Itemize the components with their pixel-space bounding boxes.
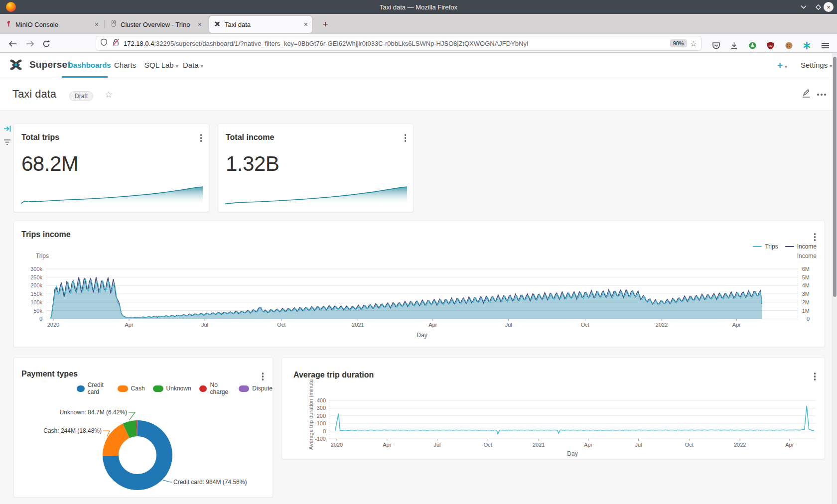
- back-button[interactable]: [6, 38, 19, 50]
- tab-close-icon[interactable]: ×: [95, 20, 99, 28]
- browser-tab[interactable]: MinIO Console×: [1, 16, 103, 33]
- chart-kebab-menu[interactable]: [198, 132, 204, 144]
- y-right-tick: 4M: [802, 282, 810, 288]
- nav-item-sql-lab[interactable]: SQL Lab▾: [144, 61, 178, 69]
- total-trips-sparkline: [21, 185, 203, 206]
- zoom-level-badge[interactable]: 90%: [670, 39, 687, 47]
- chart-kebab-menu[interactable]: [403, 132, 409, 144]
- x-axis-label: Day: [567, 450, 577, 457]
- minio-flamingo-icon: [5, 20, 12, 29]
- filter-icon[interactable]: [3, 138, 11, 146]
- new-tab-button[interactable]: +: [319, 18, 332, 31]
- x-tick: Jul: [201, 322, 208, 328]
- x-tick: Apr: [428, 322, 437, 328]
- reload-button[interactable]: [40, 38, 53, 50]
- avg-trip-duration-chart: 4003002001000-1002020AprJulOct2021AprJul…: [282, 358, 826, 460]
- favorite-star-icon[interactable]: ☆: [105, 89, 113, 100]
- active-tab-underline: [62, 76, 108, 78]
- avg-trip-duration-card: Average trip duration Average trip durat…: [281, 357, 825, 459]
- download-icon[interactable]: [727, 39, 741, 52]
- nav-item-label: Data: [183, 61, 199, 69]
- y-tick: 0: [323, 428, 326, 434]
- menu-hamburger-icon[interactable]: [818, 39, 832, 52]
- x-tick: Jul: [505, 322, 512, 328]
- x-tick: Apr: [383, 442, 391, 448]
- new-item-plus-button[interactable]: +▾: [777, 60, 787, 71]
- total-income-card: Total income 1.32B: [218, 124, 414, 212]
- total-trips-card: Total trips 68.2M: [13, 124, 209, 212]
- superset-logo[interactable]: Superset: [6, 59, 71, 71]
- draft-status-badge: Draft: [69, 91, 93, 101]
- window-maximize-button[interactable]: [813, 2, 823, 12]
- x-tick: 2021: [352, 322, 364, 328]
- trino-bunny-icon: [110, 20, 117, 29]
- dashboard-title: Taxi data: [12, 88, 56, 101]
- slice-callout-label: Cash: 244M (18.48%): [43, 427, 102, 434]
- payment-types-donut-chart: Unknown: 84.7M (6.42%)Cash: 244M (18.48%…: [14, 358, 274, 498]
- page-scrollbar-thumb[interactable]: [833, 57, 837, 297]
- bookmark-star-icon[interactable]: ☆: [690, 39, 697, 48]
- superset-brand-text: Superset: [29, 59, 71, 70]
- url-text: 172.18.0.4:32295/superset/dashboard/1/?n…: [124, 40, 667, 47]
- browser-tab[interactable]: Taxi data×: [209, 16, 312, 33]
- x-tick: Jul: [635, 442, 642, 448]
- y-right-tick: 0: [807, 316, 810, 322]
- x-tick: Oct: [277, 322, 285, 328]
- y-tick: 300: [317, 405, 326, 411]
- forward-button[interactable]: [23, 38, 36, 50]
- dashboard-more-menu[interactable]: [817, 94, 826, 96]
- y-right-tick: 2M: [802, 299, 810, 305]
- x-tick: 2021: [533, 442, 545, 448]
- x-axis-label: Day: [417, 332, 427, 339]
- extension-asterisk-icon[interactable]: [800, 39, 814, 52]
- x-tick: Oct: [685, 442, 694, 448]
- tab-close-icon[interactable]: ×: [304, 20, 308, 28]
- tab-close-icon[interactable]: ×: [198, 20, 202, 28]
- window-minimize-button[interactable]: [799, 2, 809, 12]
- tracking-shield-icon[interactable]: [100, 38, 108, 48]
- ublock-icon[interactable]: uO: [764, 39, 778, 52]
- total-income-sparkline: [225, 185, 407, 206]
- x-tick: Apr: [785, 442, 794, 448]
- x-tick: 2020: [47, 322, 59, 328]
- chevron-down-icon: ▾: [176, 63, 178, 69]
- x-tick: Jul: [433, 442, 440, 448]
- expand-filter-bar-icon[interactable]: [3, 125, 11, 133]
- tab-title: Taxi data: [225, 21, 301, 28]
- payment-types-card: Payment types Credit cardCashUnknownNo c…: [13, 357, 273, 498]
- big-number-value: 1.32B: [226, 152, 279, 176]
- browser-tab[interactable]: Cluster Overview - Trino×: [106, 16, 206, 33]
- chevron-down-icon: ▾: [201, 63, 203, 69]
- tab-title: MinIO Console: [15, 21, 92, 28]
- cookie-icon[interactable]: [782, 39, 796, 52]
- window-title: Taxi data — Mozilla Firefox: [0, 3, 837, 11]
- y-left-tick: 50k: [33, 308, 42, 314]
- y-left-tick: 150k: [30, 291, 42, 297]
- callout-leader: [163, 480, 172, 482]
- y-right-tick: 3M: [802, 291, 810, 297]
- slice-callout-label: Unknown: 84.7M (6.42%): [60, 409, 127, 416]
- privacy-badger-icon[interactable]: [745, 39, 759, 52]
- y-tick: 200: [317, 413, 326, 419]
- chart-title: Total trips: [21, 133, 59, 142]
- x-tick: 2022: [656, 322, 668, 328]
- x-tick: Oct: [581, 322, 589, 328]
- x-tick: Apr: [125, 322, 133, 328]
- nav-item-charts[interactable]: Charts: [114, 61, 136, 69]
- x-tick: Oct: [484, 442, 492, 448]
- tab-separator: [104, 20, 105, 29]
- settings-menu[interactable]: Settings▾: [801, 61, 832, 69]
- y-tick: -100: [315, 436, 326, 442]
- url-host: 172.18.0.4: [124, 40, 154, 47]
- window-close-button[interactable]: ×: [824, 2, 834, 12]
- window-titlebar: Taxi data — Mozilla Firefox ×: [0, 0, 837, 14]
- edit-dashboard-button[interactable]: [801, 89, 811, 101]
- nav-item-data[interactable]: Data▾: [183, 61, 203, 69]
- pocket-icon[interactable]: [709, 39, 723, 52]
- insecure-lock-icon[interactable]: [112, 38, 120, 48]
- url-bar[interactable]: 172.18.0.4:32295/superset/dashboard/1/?n…: [96, 36, 701, 51]
- trips-income-card: Trips income TripsIncome Trips Income 30…: [13, 221, 825, 347]
- url-path: :32295/superset/dashboard/1/?native_filt…: [154, 40, 528, 47]
- nav-item-dashboards[interactable]: Dashboards: [68, 61, 111, 69]
- big-number-value: 68.2M: [21, 152, 78, 176]
